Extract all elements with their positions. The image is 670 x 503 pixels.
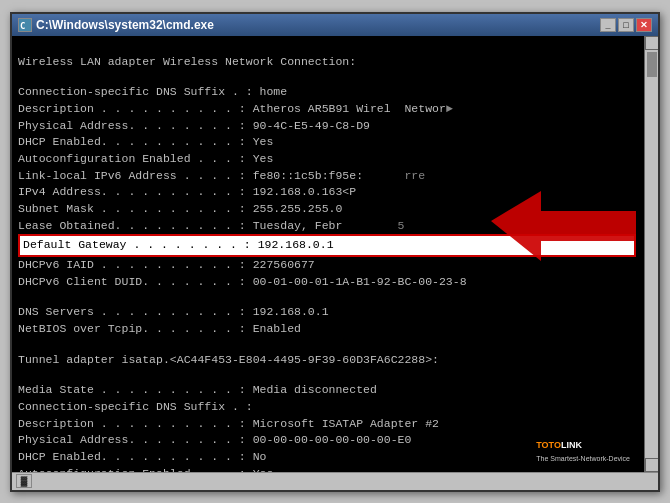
terminal-line-media: Media State . . . . . . . . . . : Media … xyxy=(18,382,636,399)
title-bar: C C:\Windows\system32\cmd.exe _ □ ✕ xyxy=(12,14,658,36)
window-title: C:\Windows\system32\cmd.exe xyxy=(36,18,214,32)
terminal-line-blank1 xyxy=(18,40,636,54)
close-button[interactable]: ✕ xyxy=(636,18,652,32)
terminal-line-12: Lease Obtained. . . . . . . . . : Tuesda… xyxy=(18,218,636,235)
totolink-brand2: LINK xyxy=(561,440,582,450)
totolink-tagline: The Smartest-Network-Device xyxy=(536,455,630,462)
terminal-line-8: Autoconfiguration Enabled . . . : Yes xyxy=(18,151,636,168)
terminal-line-blank3 xyxy=(18,290,636,304)
scroll-thumb[interactable] xyxy=(647,52,657,77)
terminal-body: ▲ ▼ Wireless LAN adapter Wireless Networ… xyxy=(12,36,658,472)
terminal-line-7: DHCP Enabled. . . . . . . . . . : Yes xyxy=(18,134,636,151)
terminal-line-11: Subnet Mask . . . . . . . . . . : 255.25… xyxy=(18,201,636,218)
scroll-up-button[interactable]: ▲ xyxy=(645,36,659,50)
terminal-line-blank4 xyxy=(18,338,636,352)
terminal-line-desc2: Description . . . . . . . . . . : Micros… xyxy=(18,416,636,433)
maximize-button[interactable]: □ xyxy=(618,18,634,32)
totolink-badge: TOTOLINK The Smartest-Network-Device xyxy=(530,437,636,467)
terminal-line-gateway: Default Gateway . . . . . . . . : 192.16… xyxy=(18,234,636,257)
terminal-line-section1: Wireless LAN adapter Wireless Network Co… xyxy=(18,54,636,71)
terminal-line-dns-suffix2: Connection-specific DNS Suffix . : xyxy=(18,399,636,416)
terminal-line-5: Description . . . . . . . . . . : Athero… xyxy=(18,101,636,118)
title-bar-left: C C:\Windows\system32\cmd.exe xyxy=(18,18,214,32)
resize-handle[interactable]: ▓ xyxy=(16,474,32,488)
terminal-line-tunnel1: Tunnel adapter isatap.<AC44F453-E804-449… xyxy=(18,352,636,369)
terminal-line-dhcpv6-iaid: DHCPv6 IAID . . . . . . . . . . : 227560… xyxy=(18,257,636,274)
terminal-line-6: Physical Address. . . . . . . . : 90-4C-… xyxy=(18,118,636,135)
cmd-icon: C xyxy=(18,18,32,32)
cmd-window: C C:\Windows\system32\cmd.exe _ □ ✕ ▲ ▼ … xyxy=(10,12,660,492)
terminal-line-netbios: NetBIOS over Tcpip. . . . . . . : Enable… xyxy=(18,321,636,338)
bottom-bar: ▓ xyxy=(12,472,658,490)
terminal-line-dhcpv6-duid: DHCPv6 Client DUID. . . . . . . : 00-01-… xyxy=(18,274,636,291)
terminal-line-10: IPv4 Address. . . . . . . . . . : 192.16… xyxy=(18,184,636,201)
svg-text:C: C xyxy=(20,21,25,31)
totolink-brand: TOTO xyxy=(536,440,561,450)
terminal-line-blank2 xyxy=(18,70,636,84)
minimize-button[interactable]: _ xyxy=(600,18,616,32)
terminal-line-blank5 xyxy=(18,368,636,382)
terminal-line-4: Connection-specific DNS Suffix . : home xyxy=(18,84,636,101)
title-controls: _ □ ✕ xyxy=(600,18,652,32)
terminal-line-9: Link-local IPv6 Address . . . . : fe80::… xyxy=(18,168,636,185)
scroll-down-button[interactable]: ▼ xyxy=(645,458,659,472)
terminal-line-dns: DNS Servers . . . . . . . . . . : 192.16… xyxy=(18,304,636,321)
